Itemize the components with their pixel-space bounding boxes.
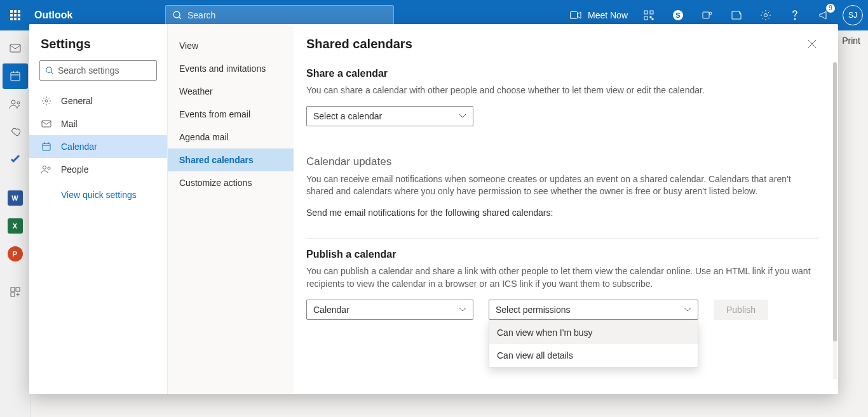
svg-point-19 xyxy=(11,100,15,104)
settings-subnav: View Events and invitations Weather Even… xyxy=(168,24,294,394)
svg-point-0 xyxy=(173,11,180,18)
permissions-placeholder: Select permissions xyxy=(496,305,571,315)
permissions-dropdown: Can view when I'm busy Can view all deta… xyxy=(489,321,698,367)
nav-calendar[interactable]: Calendar xyxy=(29,135,167,158)
global-search-input[interactable] xyxy=(187,10,387,20)
publish-calendar-select[interactable]: Calendar xyxy=(306,300,473,320)
publish-permissions-select[interactable]: Select permissions xyxy=(489,300,698,320)
video-icon xyxy=(570,11,581,20)
svg-rect-28 xyxy=(43,143,50,150)
rail-word[interactable]: W xyxy=(3,185,28,211)
search-icon xyxy=(45,66,54,75)
nav-people[interactable]: People xyxy=(29,158,167,181)
svg-rect-15 xyxy=(11,72,20,81)
svg-rect-7 xyxy=(652,18,653,20)
search-icon xyxy=(172,10,182,20)
share-heading: Share a calendar xyxy=(306,68,819,79)
chevron-down-icon xyxy=(684,307,691,312)
svg-text:S: S xyxy=(675,11,680,19)
svg-point-26 xyxy=(45,100,48,102)
svg-point-24 xyxy=(46,67,52,73)
svg-rect-21 xyxy=(11,288,15,291)
app-launcher-button[interactable] xyxy=(0,0,31,30)
view-quick-settings-link[interactable]: View quick settings xyxy=(50,181,167,209)
svg-point-32 xyxy=(43,166,46,169)
meet-now-label: Meet Now xyxy=(588,10,628,20)
svg-rect-27 xyxy=(42,121,51,127)
publish-heading: Publish a calendar xyxy=(306,249,819,260)
left-rail: W X P xyxy=(0,30,31,417)
rail-powerpoint[interactable]: P xyxy=(3,241,28,267)
subnav-events[interactable]: Events and invitations xyxy=(168,57,294,80)
svg-rect-10 xyxy=(703,12,709,18)
settings-title: Settings xyxy=(29,37,167,60)
excel-icon: X xyxy=(8,218,23,234)
svg-point-13 xyxy=(794,18,796,20)
settings-nav: Settings Search settings General Mail Ca… xyxy=(29,24,168,394)
publish-button[interactable]: Publish xyxy=(714,300,768,320)
svg-rect-14 xyxy=(10,44,20,52)
rail-mail[interactable] xyxy=(3,36,28,61)
svg-rect-3 xyxy=(644,11,648,14)
subnav-shared[interactable]: Shared calendars xyxy=(168,149,294,171)
svg-rect-6 xyxy=(650,17,651,18)
powerpoint-icon: P xyxy=(8,246,23,261)
svg-point-11 xyxy=(709,12,712,15)
svg-rect-5 xyxy=(644,17,648,20)
svg-line-25 xyxy=(51,72,53,74)
nav-calendar-label: Calendar xyxy=(61,142,97,152)
svg-line-1 xyxy=(179,17,181,19)
svg-point-33 xyxy=(48,167,50,169)
share-select-value: Select a calendar xyxy=(313,111,382,121)
svg-rect-4 xyxy=(650,11,653,14)
nav-mail[interactable]: Mail xyxy=(29,112,167,135)
rail-todo[interactable] xyxy=(3,147,28,173)
chevron-down-icon xyxy=(459,114,466,119)
rail-calendar[interactable] xyxy=(3,63,28,89)
notif-badge: 9 xyxy=(826,4,835,13)
subnav-events-email[interactable]: Events from email xyxy=(168,103,294,126)
waffle-icon xyxy=(10,10,20,20)
svg-rect-23 xyxy=(11,293,15,296)
print-button[interactable]: Print xyxy=(842,36,860,46)
subnav-weather[interactable]: Weather xyxy=(168,80,294,103)
avatar-initials: SJ xyxy=(848,11,857,20)
svg-point-12 xyxy=(764,14,768,17)
option-can-view-all[interactable]: Can view all details xyxy=(489,344,698,367)
rail-files[interactable] xyxy=(3,119,28,145)
svg-rect-2 xyxy=(570,12,577,19)
calendar-icon xyxy=(41,142,52,152)
option-can-view-busy[interactable]: Can view when I'm busy xyxy=(489,321,698,344)
nav-general[interactable]: General xyxy=(29,89,167,112)
nav-mail-label: Mail xyxy=(61,119,78,129)
updates-instruction: Send me email notifications for the foll… xyxy=(306,207,819,220)
publish-desc: You can publish a calendar and share a l… xyxy=(306,265,819,290)
subnav-view[interactable]: View xyxy=(168,34,294,57)
mail-icon xyxy=(41,120,52,128)
user-avatar[interactable]: SJ xyxy=(843,5,863,25)
svg-point-20 xyxy=(17,102,20,104)
rail-excel[interactable]: X xyxy=(3,213,28,239)
subnav-agenda[interactable]: Agenda mail xyxy=(168,126,294,149)
subnav-customize[interactable]: Customize actions xyxy=(168,171,294,194)
publish-calendar-value: Calendar xyxy=(313,305,349,315)
settings-search[interactable]: Search settings xyxy=(39,60,157,81)
rail-people[interactable] xyxy=(3,91,28,117)
close-icon xyxy=(808,39,817,48)
share-desc: You can share a calendar with other peop… xyxy=(306,84,819,97)
app-name-label: Outlook xyxy=(34,10,72,21)
gear-icon xyxy=(41,96,52,106)
close-button[interactable] xyxy=(805,37,819,51)
share-calendar-select[interactable]: Select a calendar xyxy=(306,106,473,126)
nav-general-label: General xyxy=(61,96,93,106)
panel-title: Shared calendars xyxy=(306,37,412,51)
updates-desc: You can receive email notifications when… xyxy=(306,173,819,198)
rail-more-apps[interactable] xyxy=(3,279,28,305)
svg-rect-22 xyxy=(16,288,20,291)
chevron-down-icon xyxy=(459,307,466,312)
global-search[interactable] xyxy=(165,5,394,25)
people-icon xyxy=(41,165,52,174)
settings-search-placeholder: Search settings xyxy=(58,65,119,76)
settings-modal: Settings Search settings General Mail Ca… xyxy=(29,24,838,394)
nav-people-label: People xyxy=(61,164,89,175)
